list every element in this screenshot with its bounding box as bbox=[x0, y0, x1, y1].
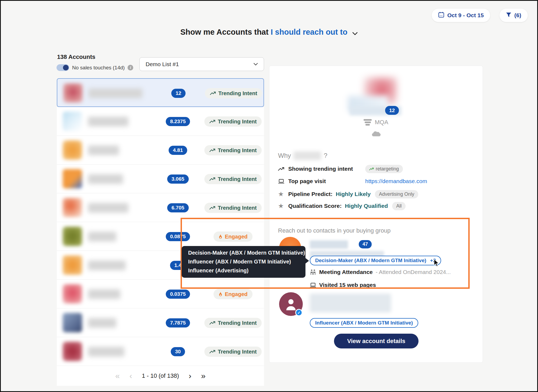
trending-up-icon bbox=[209, 321, 215, 325]
last-page-button[interactable]: » bbox=[201, 372, 206, 380]
account-row[interactable]: 30 Trending Intent bbox=[57, 337, 264, 366]
crm-cloud-icon bbox=[269, 130, 483, 137]
account-score-badge: 8.2375 bbox=[166, 117, 190, 126]
qualification-score-value: Highly Qualified bbox=[345, 203, 388, 209]
account-row[interactable]: 3.065 Trending Intent bbox=[57, 165, 264, 193]
trending-up-icon bbox=[209, 120, 215, 123]
pagination-label: 1 - 10 (of 138) bbox=[142, 372, 179, 379]
chevron-down-icon bbox=[254, 63, 258, 66]
trending-intent-badge: Trending Intent bbox=[204, 174, 262, 184]
contact-role-chip[interactable]: Decision-Maker (ABX / Modern GTM Initiat… bbox=[310, 256, 441, 265]
view-account-details-button[interactable]: View account details bbox=[334, 334, 419, 348]
insight-label: Showing trending intent bbox=[288, 166, 365, 172]
account-row[interactable]: 8.2375 Trending Intent bbox=[57, 107, 264, 136]
why-section-heading: Why ? bbox=[278, 151, 327, 160]
tooltip-arrow bbox=[305, 258, 309, 264]
title-prefix: Show me Accounts that bbox=[180, 28, 269, 36]
funnel-stage-icon bbox=[364, 119, 372, 126]
account-logo bbox=[63, 198, 82, 217]
roles-tooltip: Decision-Maker (ABX / Modern GTM Initiat… bbox=[182, 246, 305, 278]
account-name-redacted bbox=[88, 174, 123, 184]
filter-button[interactable]: (6) bbox=[500, 9, 528, 22]
account-logo bbox=[63, 112, 82, 131]
monitor-icon bbox=[278, 179, 286, 184]
account-name-redacted bbox=[294, 151, 321, 160]
person-icon bbox=[285, 297, 297, 311]
tooltip-line: Influencer (Advertising) bbox=[188, 266, 299, 275]
account-logo bbox=[63, 255, 82, 275]
account-row[interactable]: 7.7875 Trending Intent bbox=[57, 308, 264, 337]
engaged-badge: Engaged bbox=[213, 231, 252, 242]
visited-pages-row: Visited 15 web pages bbox=[310, 281, 376, 289]
account-score-badge: 30 bbox=[171, 347, 185, 356]
contact-role-chip[interactable]: Influencer (ABX / Modern GTM Initiative) bbox=[310, 318, 418, 328]
flame-icon bbox=[219, 292, 222, 297]
account-row[interactable]: 6.705 Trending Intent bbox=[57, 193, 264, 222]
next-page-button[interactable]: › bbox=[189, 372, 191, 380]
account-detail-panel: 12 MQA Why ? Showing trending intent ret… bbox=[269, 66, 483, 362]
trending-up-icon bbox=[369, 168, 374, 170]
mouse-cursor bbox=[434, 259, 439, 268]
insight-label: Top page visit bbox=[288, 178, 365, 184]
list-selector-dropdown[interactable]: Demo List #1 bbox=[139, 57, 264, 71]
insight-pipeline-predict: ★ Pipeline Predict: Highly Likely Advert… bbox=[278, 190, 477, 199]
title-dropdown-trigger[interactable]: I should reach out to bbox=[271, 28, 347, 36]
all-tag: All bbox=[392, 202, 406, 210]
info-icon[interactable]: i bbox=[128, 65, 133, 70]
account-score-badge: 12 bbox=[171, 89, 185, 98]
toggle-label: No sales touches (14d) bbox=[72, 65, 125, 71]
meeting-attendance-row: Meeting Attendance - Attended OnDemand 2… bbox=[310, 268, 451, 276]
account-logo bbox=[63, 313, 82, 332]
account-name-redacted bbox=[88, 117, 128, 126]
verified-check-icon: ✓ bbox=[295, 309, 303, 316]
prev-page-button[interactable]: ‹ bbox=[129, 372, 132, 380]
engaged-badge: Engaged bbox=[213, 289, 252, 299]
account-name-redacted bbox=[89, 88, 142, 98]
advertising-only-tag: Advertising Only bbox=[375, 190, 418, 198]
meeting-attendance-label: Meeting Attendance bbox=[319, 269, 373, 275]
account-score-badge: 0.0375 bbox=[166, 290, 190, 299]
account-list: 12 Trending Intent 8.2375 Trending Inten… bbox=[57, 78, 264, 366]
accounts-count: 138 Accounts bbox=[57, 54, 95, 60]
pagination: « ‹ 1 - 10 (of 138) › » bbox=[57, 366, 264, 386]
top-page-link[interactable]: https://demandbase.com bbox=[365, 178, 427, 184]
mqa-status: MQA bbox=[269, 119, 483, 126]
trending-up-icon bbox=[209, 206, 215, 210]
account-row[interactable]: 4.81 Trending Intent bbox=[57, 136, 264, 165]
trending-intent-badge: Trending Intent bbox=[204, 116, 262, 127]
buying-group-heading: Reach out to contacts in your buying gro… bbox=[278, 227, 391, 234]
filter-icon bbox=[506, 12, 511, 19]
account-name-redacted bbox=[88, 145, 119, 155]
insight-label: Qualification Score: bbox=[288, 203, 342, 209]
sales-touches-filter: No sales touches (14d) i bbox=[57, 64, 133, 71]
date-range-label: Oct 9 - Oct 15 bbox=[447, 12, 484, 19]
visited-pages-label: Visited 15 web pages bbox=[319, 282, 376, 288]
account-score-badge: 3.065 bbox=[167, 174, 189, 184]
account-logo bbox=[63, 169, 82, 188]
account-name-redacted bbox=[88, 261, 126, 270]
trending-intent-badge: Trending Intent bbox=[204, 145, 262, 155]
account-logo bbox=[63, 342, 82, 361]
contact-score-badge: 47 bbox=[359, 240, 372, 248]
date-range-button[interactable]: Oct 9 - Oct 15 bbox=[432, 9, 490, 22]
trending-up-icon bbox=[209, 177, 215, 181]
chevron-down-icon[interactable] bbox=[352, 32, 358, 35]
page-title: Show me Accounts that I should reach out… bbox=[1, 28, 537, 37]
contact-name-redacted bbox=[310, 294, 391, 312]
trending-intent-badge: Trending Intent bbox=[204, 203, 262, 213]
trending-up-icon bbox=[210, 91, 216, 95]
trending-intent-badge: Trending Intent bbox=[205, 88, 262, 98]
first-page-button[interactable]: « bbox=[115, 372, 120, 380]
account-logo bbox=[63, 140, 82, 160]
laptop-icon bbox=[310, 283, 316, 287]
insight-label: Pipeline Predict: bbox=[288, 191, 333, 197]
account-score-badge: 4.81 bbox=[169, 146, 187, 155]
account-logo bbox=[63, 284, 82, 304]
trending-up-icon bbox=[209, 350, 215, 354]
insight-trending-intent: Showing trending intent retargeting bbox=[278, 164, 477, 173]
account-row[interactable]: 12 Trending Intent bbox=[57, 78, 264, 107]
flame-icon bbox=[219, 234, 222, 239]
account-row[interactable]: 0.0375 Engaged bbox=[57, 280, 264, 308]
app-screen: Oct 9 - Oct 15 (6) Show me Accounts that… bbox=[0, 0, 538, 392]
no-sales-touches-toggle[interactable] bbox=[57, 64, 69, 71]
